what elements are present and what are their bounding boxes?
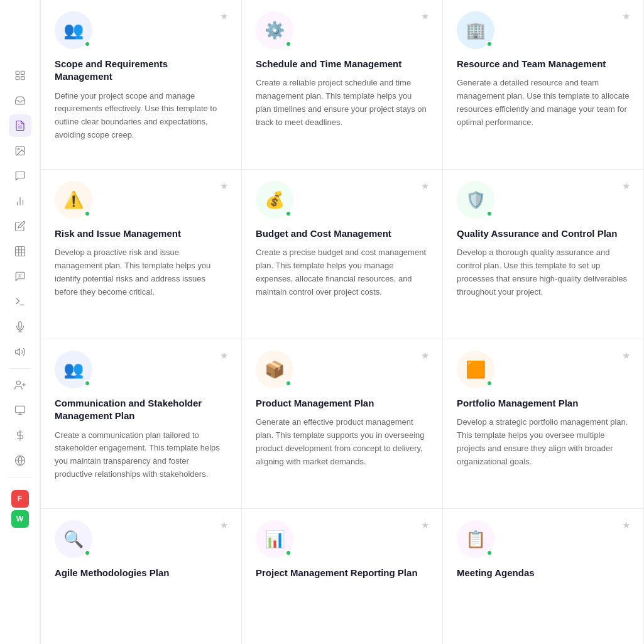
card-meetings[interactable]: ★ 📋 Meeting Agendas	[443, 509, 644, 644]
status-dot	[285, 380, 292, 386]
card-title: Portfolio Management Plan	[457, 397, 630, 410]
status-dot	[84, 380, 90, 386]
star-button[interactable]: ★	[216, 348, 231, 363]
svg-rect-11	[15, 247, 25, 256]
speaker-icon[interactable]	[9, 341, 31, 363]
card-product[interactable]: ★ 📦 Product Management Plan Generate an …	[242, 339, 443, 509]
star-button[interactable]: ★	[618, 348, 633, 363]
card-description: Generate a detailed resource and team ma…	[457, 77, 630, 129]
star-button[interactable]: ★	[216, 9, 231, 24]
card-icon-wrap: 🏢	[457, 11, 494, 49]
comment-icon[interactable]	[9, 265, 31, 288]
image-icon[interactable]	[9, 139, 31, 162]
gallery-icon[interactable]	[9, 240, 31, 263]
card-icon-wrap: 🟧	[457, 351, 494, 388]
card-reporting[interactable]: ★ 📊 Project Management Reporting Plan	[242, 509, 443, 644]
svg-rect-1	[21, 71, 24, 74]
svg-rect-25	[15, 406, 25, 413]
status-dot	[285, 41, 292, 47]
star-button[interactable]: ★	[216, 178, 231, 194]
card-title: Meeting Agendas	[457, 567, 630, 579]
card-icon: 🔍	[63, 531, 84, 547]
card-title: Scope and Requirements Management	[55, 58, 227, 84]
terminal-icon[interactable]	[9, 290, 31, 313]
card-description: Define your project scope and manage req…	[55, 90, 227, 142]
card-title: Quality Assurance and Control Plan	[457, 227, 630, 240]
card-portfolio[interactable]: ★ 🟧 Portfolio Management Plan Develop a …	[443, 339, 644, 509]
app-logo[interactable]	[8, 6, 33, 26]
sidebar-collapse[interactable]	[13, 34, 28, 49]
inbox-icon[interactable]	[9, 89, 31, 112]
card-title: Budget and Cost Management	[256, 227, 428, 240]
svg-rect-2	[16, 77, 19, 80]
card-icon: 📦	[265, 361, 285, 378]
card-description: Develop a thorough quality assurance and…	[457, 246, 630, 298]
card-icon: 🟧	[466, 361, 486, 378]
card-description: Develop a strategic portfolio management…	[457, 416, 630, 468]
svg-point-22	[16, 381, 20, 385]
star-button[interactable]: ★	[417, 9, 432, 24]
star-button[interactable]: ★	[417, 518, 432, 533]
card-resource[interactable]: ★ 🏢 Resource and Team Management Generat…	[443, 0, 644, 170]
card-title: Communication and Stakeholder Management…	[55, 397, 227, 423]
star-button[interactable]: ★	[417, 178, 432, 194]
bar-chart-nav-icon[interactable]	[9, 190, 31, 212]
user-add-icon[interactable]	[9, 374, 31, 396]
status-dot	[84, 550, 90, 556]
card-icon-wrap: 📦	[256, 351, 293, 388]
card-scope[interactable]: ★ 👥 Scope and Requirements Management De…	[41, 0, 242, 170]
card-icon-wrap: 👥	[55, 11, 92, 49]
status-dot	[285, 210, 292, 217]
card-communication[interactable]: ★ 👥 Communication and Stakeholder Manage…	[41, 339, 242, 509]
sidebar: F W	[0, 0, 40, 644]
card-icon: 📊	[265, 531, 285, 547]
status-dot	[285, 550, 292, 556]
card-description: Create a communication plan tailored to …	[55, 429, 227, 481]
card-icon-wrap: ⚠️	[55, 181, 92, 219]
card-title: Schedule and Time Management	[256, 58, 428, 70]
card-icon: ⚙️	[265, 22, 285, 38]
star-button[interactable]: ★	[216, 518, 231, 533]
edit-icon[interactable]	[9, 215, 31, 237]
link-avatar-w[interactable]: W	[11, 510, 29, 528]
card-description: Create a precise budget and cost managem…	[256, 246, 428, 298]
card-title: Risk and Issue Management	[55, 227, 227, 240]
card-description: Generate an effective product management…	[256, 416, 428, 468]
chat-icon[interactable]	[9, 165, 31, 187]
svg-marker-21	[15, 349, 19, 356]
status-dot	[486, 380, 493, 386]
link-avatar-f[interactable]: F	[11, 490, 29, 508]
mic-icon[interactable]	[9, 315, 31, 338]
document-icon[interactable]	[9, 114, 31, 137]
card-quality[interactable]: ★ 🛡️ Quality Assurance and Control Plan …	[443, 170, 644, 339]
card-icon: ⚠️	[63, 192, 84, 208]
card-icon-wrap: 💰	[256, 181, 293, 219]
card-description: Create a reliable project schedule and t…	[256, 77, 428, 129]
globe-icon[interactable]	[9, 449, 31, 472]
cards-grid: ★ 👥 Scope and Requirements Management De…	[40, 0, 644, 644]
card-title: Product Management Plan	[256, 397, 428, 410]
grid-icon[interactable]	[9, 64, 31, 87]
star-button[interactable]: ★	[618, 178, 633, 194]
divider-2	[9, 477, 31, 478]
card-title: Project Management Reporting Plan	[256, 567, 428, 579]
star-button[interactable]: ★	[417, 348, 432, 363]
svg-point-7	[18, 148, 19, 150]
card-icon: 🏢	[466, 22, 486, 38]
status-dot	[486, 550, 493, 556]
card-icon: 👥	[63, 361, 84, 378]
dollar-icon[interactable]	[9, 424, 31, 447]
stats-icon[interactable]	[9, 399, 31, 422]
card-agile[interactable]: ★ 🔍 Agile Methodologies Plan	[41, 509, 242, 644]
card-title: Agile Methodologies Plan	[55, 567, 227, 579]
card-risk[interactable]: ★ ⚠️ Risk and Issue Management Develop a…	[41, 170, 242, 339]
card-icon-wrap: 📊	[256, 520, 293, 558]
card-icon-wrap: ⚙️	[256, 11, 293, 49]
status-dot	[84, 41, 90, 47]
card-icon: 💰	[265, 192, 285, 208]
status-dot	[486, 210, 493, 217]
star-button[interactable]: ★	[618, 9, 633, 24]
card-budget[interactable]: ★ 💰 Budget and Cost Management Create a …	[242, 170, 443, 339]
star-button[interactable]: ★	[618, 518, 633, 533]
card-schedule[interactable]: ★ ⚙️ Schedule and Time Management Create…	[242, 0, 443, 170]
